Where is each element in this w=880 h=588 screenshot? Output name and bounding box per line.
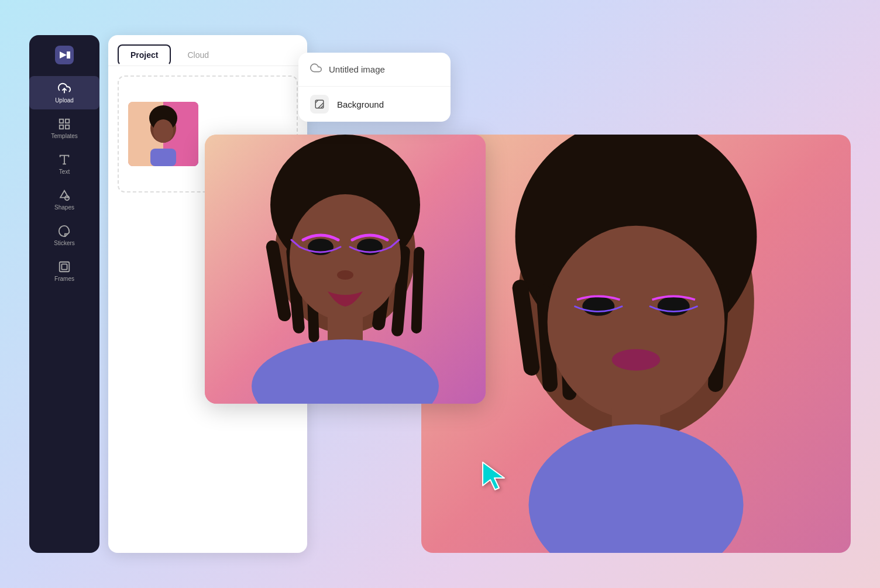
tab-cloud[interactable]: Cloud: [176, 44, 221, 66]
media-thumbnail[interactable]: [128, 102, 198, 166]
svg-point-10: [612, 349, 661, 371]
cloud-icon: [310, 62, 322, 77]
logo-icon: [55, 46, 74, 64]
svg-rect-18: [66, 125, 69, 129]
stickers-icon: [58, 225, 71, 238]
main-image-content: [205, 135, 486, 404]
main-image-card: [205, 135, 486, 404]
context-dropdown-menu: Untitled image Background: [298, 53, 451, 122]
sidebar-item-text[interactable]: Text: [29, 147, 99, 181]
thumbnail-image: [128, 102, 198, 166]
shapes-label: Shapes: [54, 204, 74, 211]
svg-rect-16: [66, 119, 69, 123]
sidebar-item-stickers[interactable]: Stickers: [29, 219, 99, 252]
svg-rect-15: [60, 119, 63, 123]
svg-point-7: [548, 226, 725, 419]
upload-icon: [58, 82, 71, 95]
svg-rect-22: [60, 262, 70, 272]
upload-label: Upload: [55, 97, 74, 104]
text-icon: [58, 153, 71, 166]
main-person-svg: [205, 135, 486, 404]
stickers-label: Stickers: [54, 240, 75, 246]
svg-marker-46: [483, 462, 504, 490]
menu-title: Untitled image: [329, 64, 385, 74]
sidebar-item-upload[interactable]: Upload: [29, 76, 99, 109]
tab-project[interactable]: Project: [118, 44, 171, 66]
text-label: Text: [59, 169, 70, 175]
svg-rect-17: [60, 125, 63, 129]
templates-icon: [58, 118, 71, 130]
svg-point-12: [529, 424, 744, 553]
svg-rect-29: [150, 149, 176, 166]
sidebar-item-frames[interactable]: Frames: [29, 255, 99, 288]
background-label: Background: [337, 99, 384, 109]
frames-label: Frames: [54, 276, 74, 282]
svg-point-28: [153, 119, 173, 143]
menu-item-background[interactable]: Background: [298, 87, 451, 122]
left-sidebar: Upload Templates Text Shapes: [29, 35, 99, 553]
cursor-arrow-svg: [480, 459, 515, 494]
shapes-icon: [58, 189, 71, 202]
thumbnail-person-svg: [128, 102, 198, 166]
background-icon: [310, 95, 329, 114]
frames-icon: [58, 260, 71, 273]
panel-tab-bar: Project Cloud: [108, 35, 307, 66]
svg-point-9: [658, 297, 690, 316]
app-logo[interactable]: [54, 44, 75, 66]
svg-point-42: [337, 270, 353, 280]
svg-point-8: [582, 297, 614, 316]
svg-rect-23: [61, 264, 67, 269]
templates-label: Templates: [51, 133, 78, 139]
sidebar-item-shapes[interactable]: Shapes: [29, 183, 99, 216]
menu-header: Untitled image: [298, 53, 451, 87]
sidebar-item-templates[interactable]: Templates: [29, 112, 99, 145]
